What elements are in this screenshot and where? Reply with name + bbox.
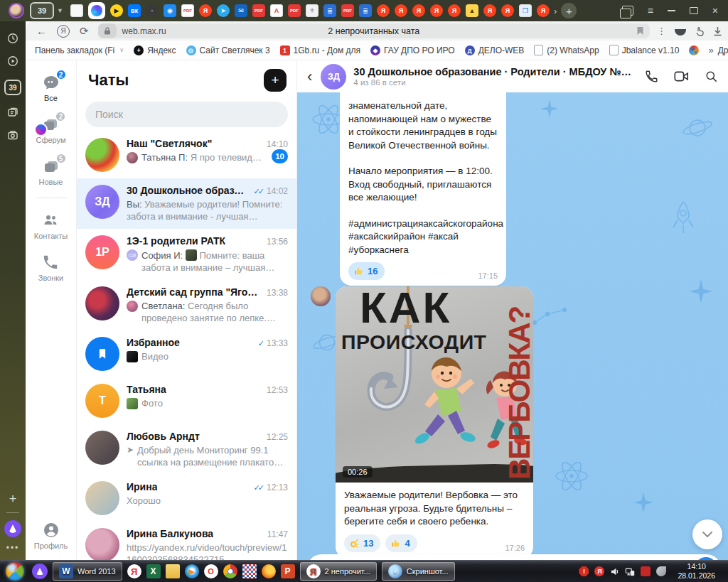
alert-tray-icon[interactable]: !: [579, 566, 589, 576]
opera-icon[interactable]: O: [204, 564, 218, 578]
history-icon[interactable]: [7, 33, 18, 44]
browser-tab[interactable]: [70, 4, 83, 17]
chat-row[interactable]: Наш "Светлячок"14:10 Татьяна П: Я про те…: [77, 131, 296, 178]
search-input[interactable]: Поиск: [85, 102, 288, 127]
gesture-icon[interactable]: [695, 26, 705, 36]
sidebar-add-icon[interactable]: +: [9, 492, 17, 505]
volume-icon[interactable]: [610, 567, 619, 576]
sidebar-item-profile[interactable]: Профиль: [34, 521, 68, 550]
conversation-title-block[interactable]: 30 Дошкольное образование · Родители · М…: [353, 66, 636, 87]
new-chat-button[interactable]: +: [264, 69, 287, 92]
notes-panel-icon[interactable]: [7, 107, 18, 118]
bookmark-item[interactable]: Jbalance v1.10: [609, 45, 680, 55]
bookmark-item[interactable]: (2) WhatsApp: [534, 45, 599, 55]
tab-counter-chevron-icon[interactable]: ▼: [57, 7, 63, 14]
chat-row[interactable]: 1Р 1Э-1 родители РАТК13:56 СИСофия И: По…: [77, 229, 296, 280]
browser-profile-avatar[interactable]: [9, 3, 24, 18]
browser-tab[interactable]: ◉: [164, 4, 176, 17]
screenshot-panel-icon[interactable]: [7, 129, 18, 141]
browser-tab[interactable]: Я: [395, 4, 407, 17]
game-icon[interactable]: [242, 564, 257, 578]
browser-tab[interactable]: Я: [412, 4, 425, 17]
messages-area[interactable]: знаменательной дате, напоминающей нам о …: [297, 92, 728, 560]
sidebar-item-all-chats[interactable]: 2 Все: [41, 73, 62, 102]
alice-assistant-icon[interactable]: [4, 520, 21, 537]
call-icon[interactable]: [645, 70, 658, 83]
message-bubble[interactable]: знаменательной дате, напоминающей нам о …: [340, 92, 506, 286]
taskbar-clock[interactable]: 14:10 28.01.2026: [672, 562, 721, 581]
message-bubble[interactable]: КАК ПРОИСХОДИТ ВЕРБОВКА? 00:26 Уважаемые…: [336, 286, 533, 559]
menu-icon[interactable]: ≡: [648, 5, 653, 16]
powerpoint-icon[interactable]: P: [281, 564, 295, 578]
download-icon[interactable]: [713, 26, 722, 36]
play-panel-icon[interactable]: [7, 55, 18, 67]
browser-tab[interactable]: Я: [483, 4, 496, 17]
video-attachment[interactable]: КАК ПРОИСХОДИТ ВЕРБОВКА? 00:26: [336, 286, 533, 483]
browser-tab[interactable]: вк: [128, 4, 141, 17]
sidebar-item-new[interactable]: 5 Новые: [39, 157, 63, 186]
browser-tab[interactable]: A: [270, 4, 283, 17]
message-input-bar[interactable]: [307, 554, 721, 560]
maximize-button[interactable]: [690, 7, 698, 14]
back-button[interactable]: ←: [36, 26, 47, 36]
chat-row[interactable]: Т Татьяна12:53 Фото: [77, 377, 296, 424]
network-icon[interactable]: [625, 567, 635, 576]
send-button[interactable]: [695, 557, 717, 560]
bookmark-item[interactable]: + Яндекс: [134, 45, 176, 55]
browser-tab[interactable]: ▲: [466, 4, 478, 17]
browser-tab[interactable]: Я: [448, 4, 461, 17]
browser-tab[interactable]: ▶: [110, 4, 123, 17]
chat-row-selected[interactable]: ЗД 30 Дошкольное образование ...✓✓14:02 …: [77, 178, 296, 229]
conversation-avatar[interactable]: ЗД: [321, 64, 346, 90]
browser-tab[interactable]: PDF: [341, 4, 354, 17]
browser-tab[interactable]: ≣: [323, 4, 336, 17]
browser-tab[interactable]: Я: [501, 4, 514, 17]
yandex-button[interactable]: Я: [57, 25, 70, 38]
bookmark-folder[interactable]: Панель закладок (Fi∨: [35, 45, 124, 55]
collections-icon[interactable]: [675, 29, 686, 36]
browser-tab[interactable]: ❐: [519, 4, 532, 17]
chrome-icon[interactable]: [223, 564, 237, 578]
browser-tab[interactable]: Я: [430, 4, 443, 17]
other-bookmarks[interactable]: Другие закладки∨: [718, 45, 728, 55]
address-bar[interactable]: web.max.ru 2 непрочитанных чата: [98, 23, 650, 38]
start-button[interactable]: [6, 562, 24, 581]
screenshot-task-button[interactable]: ◗ Скриншот...: [382, 562, 455, 581]
bookmark-item[interactable]: ◆ ГАУ ДПО РО ИРО: [370, 45, 455, 55]
browser-tab[interactable]: ✉: [235, 4, 247, 17]
browser-tab[interactable]: PDF: [288, 4, 301, 17]
refresh-button[interactable]: ⟳: [80, 26, 89, 36]
browser-tab[interactable]: ➤: [217, 4, 230, 17]
tab-counter[interactable]: 39: [30, 2, 54, 19]
bookmarks-overflow[interactable]: »: [708, 45, 713, 55]
browser-tab[interactable]: PDF: [252, 4, 265, 17]
video-call-icon[interactable]: [674, 70, 689, 82]
browser-tab[interactable]: Я: [377, 4, 390, 17]
browser-tab[interactable]: PDF: [181, 4, 194, 17]
yandex-tray-icon[interactable]: Я: [594, 566, 604, 576]
browser-tab[interactable]: ◦: [146, 4, 159, 17]
bookmark-item-paw[interactable]: 🐾: [689, 45, 699, 55]
side-panels-icon[interactable]: [622, 6, 633, 16]
browser-tab[interactable]: Я: [199, 4, 212, 17]
media-player-icon[interactable]: ▶: [185, 564, 199, 578]
browser-task-button[interactable]: Я 2 непрочит...: [300, 562, 377, 581]
close-button[interactable]: ×: [712, 5, 718, 16]
yandex-browser-icon[interactable]: Я: [127, 564, 141, 578]
sender-avatar[interactable]: [311, 286, 331, 306]
reaction-thumbs-up[interactable]: 4: [385, 534, 417, 552]
recorder-tray-icon[interactable]: [641, 566, 651, 576]
new-tab-button[interactable]: +: [561, 3, 577, 18]
tab-overflow-icon[interactable]: ›: [554, 6, 557, 16]
word-task-button[interactable]: W Word 2013: [53, 562, 122, 581]
search-icon[interactable]: [705, 70, 718, 83]
browser-tab[interactable]: ≣: [359, 4, 372, 17]
tabs-panel-icon[interactable]: 39: [4, 80, 21, 95]
bookmark-item[interactable]: 1 1Gb.ru - Дом для: [280, 45, 360, 55]
reaction-ok-hand[interactable]: 13: [344, 534, 380, 552]
firefox-icon[interactable]: [262, 564, 276, 578]
chat-row[interactable]: Избранное✓13:33 Видео: [77, 330, 296, 377]
browser-tab[interactable]: ⚜: [306, 4, 318, 17]
sidebar-item-calls[interactable]: Звонки: [38, 253, 64, 282]
scroll-to-bottom-button[interactable]: [692, 519, 722, 549]
